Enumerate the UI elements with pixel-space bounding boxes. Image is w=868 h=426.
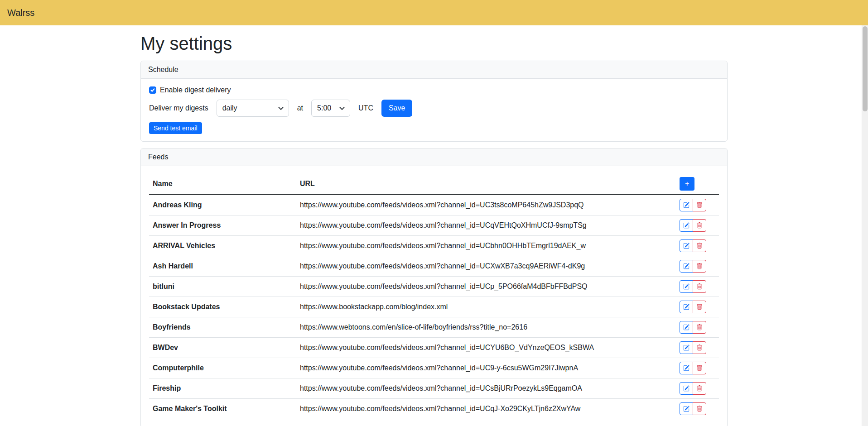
trash-icon (696, 304, 703, 310)
feed-name: Computerphile (149, 358, 296, 378)
edit-feed-button[interactable] (680, 402, 693, 415)
frequency-select-value: daily (222, 104, 237, 112)
delete-feed-button[interactable] (693, 341, 706, 354)
feed-url: https://www.webtoons.com/en/slice-of-lif… (296, 317, 676, 338)
trash-icon (696, 243, 703, 249)
feed-name: Game Maker's Toolkit (149, 399, 296, 419)
edit-feed-button[interactable] (680, 321, 693, 334)
table-row: Fireship https://www.youtube.com/feeds/v… (149, 378, 719, 399)
delete-feed-button[interactable] (693, 239, 706, 252)
page-scroll-area: My settings Schedule Enable digest deliv… (0, 33, 868, 426)
feed-url: https://www.youtube.com/feeds/videos.xml… (296, 215, 676, 236)
feed-actions (676, 297, 719, 317)
feeds-card-header: Feeds (141, 148, 727, 166)
chevron-down-icon (278, 105, 283, 110)
delete-feed-button[interactable] (693, 382, 706, 395)
navbar: Walrss (0, 0, 868, 25)
scrollbar-thumb[interactable] (863, 26, 868, 111)
edit-feed-button[interactable] (680, 199, 693, 211)
edit-feed-button[interactable] (680, 301, 693, 313)
scrollbar[interactable] (862, 25, 868, 426)
feed-actions (676, 277, 719, 297)
schedule-card: Schedule Enable digest delivery Deliver … (140, 61, 728, 142)
check-icon (150, 87, 155, 93)
feed-actions-group (680, 382, 706, 395)
table-row: ARRIVAL Vehicles https://www.youtube.com… (149, 236, 719, 256)
edit-feed-button[interactable] (680, 382, 693, 395)
column-header-name: Name (149, 173, 296, 195)
delete-feed-button[interactable] (693, 219, 706, 232)
feed-name: Fireship (149, 378, 296, 399)
feed-url: https://www.youtube.com/feeds/videos.xml… (296, 277, 676, 297)
edit-feed-button[interactable] (680, 219, 693, 232)
navbar-brand[interactable]: Walrss (7, 8, 34, 18)
edit-feed-button[interactable] (680, 341, 693, 354)
feed-url: https://www.youtube.com/feeds/videos.xml… (296, 256, 676, 277)
feed-name: Boyfriends (149, 317, 296, 338)
feed-actions-group (680, 260, 706, 273)
feed-url: https://www.youtube.com/feeds/videos.xml… (296, 358, 676, 378)
enable-digest-checkbox[interactable] (149, 86, 156, 94)
pencil-square-icon (683, 283, 690, 290)
schedule-card-header: Schedule (141, 61, 727, 79)
delete-feed-button[interactable] (693, 321, 706, 334)
pencil-square-icon (683, 304, 690, 310)
delete-feed-button[interactable] (693, 260, 706, 273)
pencil-square-icon (683, 243, 690, 249)
edit-feed-button[interactable] (680, 239, 693, 252)
frequency-select[interactable]: daily (217, 100, 289, 117)
feed-actions-group (680, 402, 706, 415)
feed-actions-group (680, 280, 706, 293)
pencil-square-icon (683, 385, 690, 392)
table-row: Boyfriends https://www.webtoons.com/en/s… (149, 317, 719, 338)
feed-actions (676, 317, 719, 338)
edit-feed-button[interactable] (680, 362, 693, 374)
feed-name: Ash Hardell (149, 256, 296, 277)
time-select[interactable]: 5:00 (311, 100, 350, 117)
trash-icon (696, 324, 703, 330)
trash-icon (696, 222, 703, 229)
chevron-down-icon (339, 105, 344, 110)
feed-name: bitluni (149, 277, 296, 297)
feed-actions (676, 256, 719, 277)
edit-feed-button[interactable] (680, 280, 693, 293)
trash-icon (696, 406, 703, 412)
feed-actions (676, 195, 719, 215)
feed-actions (676, 338, 719, 358)
feed-url: https://www.youtube.com/feeds/videos.xml… (296, 195, 676, 215)
delete-feed-button[interactable] (693, 199, 706, 211)
send-test-email-button[interactable]: Send test email (149, 122, 202, 134)
edit-feed-button[interactable] (680, 260, 693, 273)
pencil-square-icon (683, 365, 690, 371)
column-header-actions: + (676, 173, 719, 195)
trash-icon (696, 385, 703, 392)
feed-name: Bookstack Updates (149, 297, 296, 317)
feeds-table-body: Andreas Kling https://www.youtube.com/fe… (149, 195, 719, 419)
feed-actions (676, 358, 719, 378)
enable-digest-label[interactable]: Enable digest delivery (160, 86, 231, 94)
feed-actions-group (680, 239, 706, 252)
delete-feed-button[interactable] (693, 402, 706, 415)
trash-icon (696, 263, 703, 269)
feed-actions (676, 399, 719, 419)
delete-feed-button[interactable] (693, 301, 706, 313)
trash-icon (696, 202, 703, 208)
feeds-card: Feeds Name URL + Andreas Kling https://w (140, 148, 728, 426)
schedule-card-body: Enable digest delivery Deliver my digest… (141, 79, 727, 141)
feed-name: Answer In Progress (149, 215, 296, 236)
trash-icon (696, 345, 703, 351)
add-feed-button[interactable]: + (680, 177, 694, 191)
table-row: bitluni https://www.youtube.com/feeds/vi… (149, 277, 719, 297)
schedule-controls-row: Deliver my digests daily at 5:00 UTC Sav… (149, 100, 719, 117)
delete-feed-button[interactable] (693, 362, 706, 374)
enable-digest-row: Enable digest delivery (149, 86, 719, 94)
feeds-table-header-row: Name URL + (149, 173, 719, 195)
trash-icon (696, 365, 703, 371)
feed-name: Andreas Kling (149, 195, 296, 215)
feed-actions (676, 215, 719, 236)
save-button[interactable]: Save (381, 100, 412, 117)
delete-feed-button[interactable] (693, 280, 706, 293)
table-row: Computerphile https://www.youtube.com/fe… (149, 358, 719, 378)
feed-url: https://www.youtube.com/feeds/videos.xml… (296, 338, 676, 358)
feed-name: BWDev (149, 338, 296, 358)
